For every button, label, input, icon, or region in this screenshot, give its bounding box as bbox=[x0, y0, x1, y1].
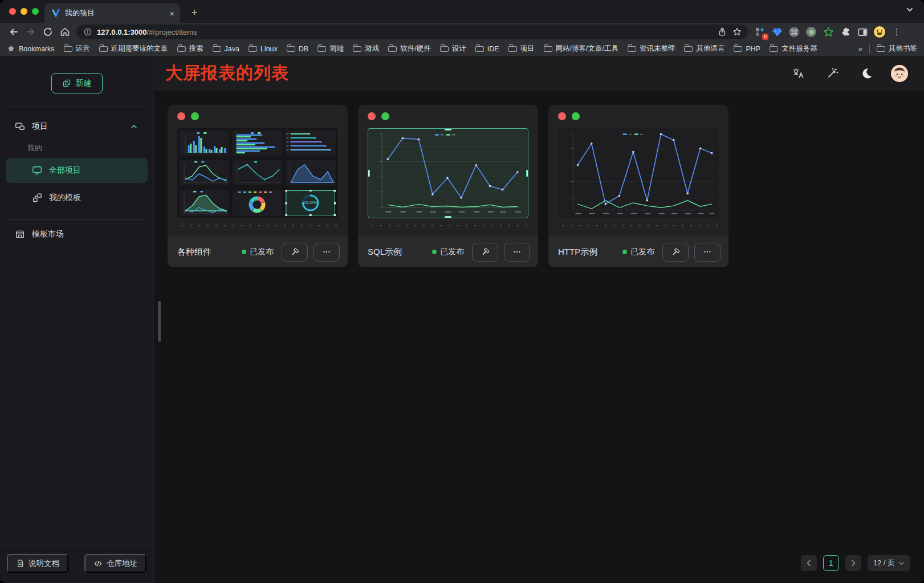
forward-button[interactable] bbox=[23, 25, 39, 39]
language-toggle-button[interactable] bbox=[788, 64, 808, 83]
sidebar-item-my-templates[interactable]: 我的模板 bbox=[6, 185, 148, 210]
green-dot bbox=[572, 112, 580, 120]
theme-color-button[interactable] bbox=[823, 64, 842, 83]
project-icon bbox=[15, 121, 25, 132]
app-root: 新建 项目 我的 全部项目 我的模板 模板市场 bbox=[0, 57, 924, 583]
sidebar-section-label: 项目 bbox=[32, 121, 48, 132]
bookmark-folder[interactable]: 网站/博客/文章/工具 bbox=[544, 44, 618, 54]
tab-search-chevron-icon[interactable] bbox=[906, 6, 914, 14]
reload-button[interactable] bbox=[40, 25, 56, 39]
dark-mode-button[interactable] bbox=[857, 64, 876, 83]
prev-page-button[interactable] bbox=[801, 555, 817, 571]
card-window-dots bbox=[358, 105, 538, 120]
edit-project-button[interactable] bbox=[662, 243, 689, 262]
components-preview-chart: 25.00% bbox=[177, 128, 338, 218]
back-button[interactable] bbox=[6, 25, 22, 39]
project-thumbnail[interactable] bbox=[558, 128, 719, 218]
project-thumbnail[interactable] bbox=[368, 128, 528, 218]
bookmark-folder[interactable]: 文件服务器 bbox=[770, 44, 817, 54]
status-dot bbox=[432, 250, 437, 254]
copy-plus-icon bbox=[62, 79, 71, 88]
tab-close-icon[interactable]: × bbox=[169, 9, 174, 18]
bookmark-folder[interactable]: DB bbox=[287, 45, 308, 53]
page-size-select[interactable]: 12 / 页 bbox=[868, 555, 910, 571]
extensions-puzzle-icon[interactable] bbox=[838, 25, 853, 39]
bookmark-folder[interactable]: 近期需要读的文章 bbox=[99, 44, 168, 54]
bookmark-folder[interactable]: 游戏 bbox=[353, 44, 379, 54]
selection-handle bbox=[445, 216, 451, 218]
minimize-window-button[interactable] bbox=[21, 8, 27, 15]
recorder-extension-icon[interactable] bbox=[804, 25, 819, 39]
bookmark-folder[interactable]: PHP bbox=[734, 45, 760, 53]
profile-avatar-icon[interactable] bbox=[872, 25, 887, 39]
sidebar-item-template-market[interactable]: 模板市场 bbox=[0, 222, 153, 246]
address-bar[interactable]: 127.0.0.1:3000/#/project/items bbox=[76, 25, 748, 39]
bookmark-folder[interactable]: Linux bbox=[249, 45, 278, 53]
browser-menu-icon[interactable]: ⋮ bbox=[889, 25, 904, 39]
more-actions-button[interactable] bbox=[504, 243, 530, 262]
chevron-up-icon[interactable] bbox=[129, 122, 139, 131]
site-info-icon[interactable] bbox=[83, 27, 92, 36]
bookmark-star-icon[interactable] bbox=[732, 27, 742, 37]
new-tab-button[interactable]: + bbox=[187, 5, 202, 20]
current-page-button[interactable]: 1 bbox=[823, 555, 839, 571]
new-project-button[interactable]: 新建 bbox=[51, 73, 103, 93]
repo-button[interactable]: 仓库地址 bbox=[84, 554, 146, 573]
share-icon[interactable] bbox=[717, 27, 727, 37]
bookmark-folder[interactable]: Java bbox=[213, 45, 239, 53]
folder-icon bbox=[544, 46, 552, 52]
bookmark-folders: 运营 近期需要读的文章 搜索 Java Linux DB 前端 游戏 软件/硬件… bbox=[64, 44, 849, 54]
gauge-value: 25.00% bbox=[304, 201, 317, 205]
side-panel-icon[interactable] bbox=[855, 25, 870, 39]
docs-button[interactable]: 说明文档 bbox=[7, 554, 68, 573]
bookmarks-manager-item[interactable]: Bookmarks bbox=[7, 44, 55, 53]
bookmark-folder[interactable]: 运营 bbox=[64, 44, 90, 54]
new-project-label: 新建 bbox=[76, 78, 92, 88]
more-actions-button[interactable] bbox=[694, 243, 721, 262]
sidebar-item-all-projects[interactable]: 全部项目 bbox=[6, 158, 148, 183]
command-extension-icon[interactable] bbox=[787, 25, 801, 39]
bookmark-folder[interactable]: 项目 bbox=[508, 44, 535, 54]
folder-icon bbox=[287, 46, 295, 52]
home-button[interactable] bbox=[57, 25, 73, 39]
gem-extension-icon[interactable] bbox=[770, 25, 784, 39]
main-area: 大屏报表的列表 bbox=[154, 57, 924, 583]
hammer-icon bbox=[481, 247, 490, 257]
docs-button-label: 说明文档 bbox=[29, 558, 59, 569]
scrollbar-thumb[interactable] bbox=[158, 301, 161, 342]
http-preview-chart bbox=[558, 128, 719, 218]
selection-handle bbox=[445, 128, 451, 131]
project-thumbnail[interactable]: 25.00% bbox=[177, 128, 338, 218]
bookmark-folder[interactable]: 软件/硬件 bbox=[388, 44, 430, 54]
document-icon bbox=[16, 559, 25, 568]
edit-project-button[interactable] bbox=[472, 243, 498, 262]
green-dot bbox=[191, 112, 199, 120]
other-bookmarks[interactable]: 其他书签 bbox=[877, 44, 917, 54]
user-avatar[interactable] bbox=[891, 65, 908, 82]
next-page-button[interactable] bbox=[845, 555, 861, 571]
card-window-dots bbox=[168, 105, 348, 120]
zoom-window-button[interactable] bbox=[32, 8, 39, 15]
bookmark-folder[interactable]: IDE bbox=[475, 45, 499, 53]
folder-icon bbox=[734, 46, 742, 52]
bookmark-folder[interactable]: 搜索 bbox=[177, 44, 203, 54]
bookmark-folder[interactable]: 资讯未整理 bbox=[628, 44, 675, 54]
browser-tab[interactable]: 我的项目 × bbox=[44, 3, 180, 23]
sidebar-section-project[interactable]: 项目 bbox=[0, 116, 153, 137]
blocker-extension-icon[interactable]: 9 bbox=[752, 25, 767, 39]
project-card: SQL示例 已发布 bbox=[358, 105, 538, 267]
bookmark-folder[interactable]: 前端 bbox=[318, 44, 344, 54]
bookmark-folder[interactable]: 设计 bbox=[440, 44, 466, 54]
star-extension-icon[interactable] bbox=[821, 25, 836, 39]
close-window-button[interactable] bbox=[9, 8, 16, 15]
bookmarks-overflow-icon[interactable]: » bbox=[858, 44, 862, 53]
more-actions-button[interactable] bbox=[314, 243, 340, 262]
red-dot bbox=[368, 112, 376, 120]
magic-wand-icon bbox=[827, 67, 838, 79]
card-footer: SQL示例 已发布 bbox=[358, 237, 538, 267]
folder-icon bbox=[628, 46, 636, 52]
bookmark-folder[interactable]: 其他语言 bbox=[684, 44, 724, 54]
repo-button-label: 仓库地址 bbox=[107, 558, 137, 569]
url-text: 127.0.0.1:3000/#/project/items bbox=[97, 28, 713, 36]
edit-project-button[interactable] bbox=[282, 243, 308, 262]
